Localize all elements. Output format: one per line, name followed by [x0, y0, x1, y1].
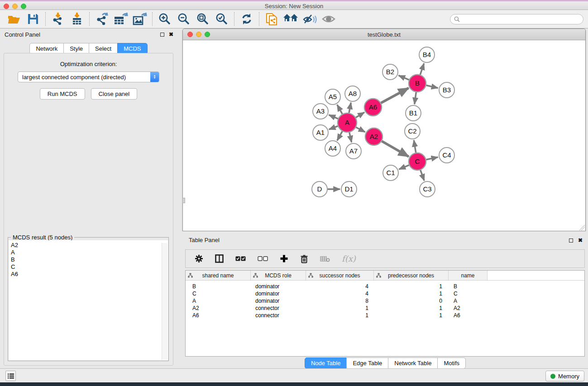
save-session-icon[interactable]: [24, 11, 43, 27]
scrollbar[interactable]: [162, 243, 167, 360]
zoom-fit-icon[interactable]: [193, 11, 212, 27]
export-image-icon[interactable]: [130, 11, 149, 27]
graph-edge-A-A3[interactable]: [329, 115, 338, 119]
mcds-result-list[interactable]: A2ABCA6: [9, 240, 168, 360]
float-table-panel-icon[interactable]: [569, 238, 573, 243]
deselect-all-icon[interactable]: [258, 256, 268, 261]
graph-edge-A6-B[interactable]: [381, 88, 409, 103]
graph-node-C1[interactable]: C1: [383, 165, 398, 181]
table-cell[interactable]: B: [186, 283, 251, 290]
mcds-result-item[interactable]: A2: [11, 242, 168, 249]
graph-node-A3[interactable]: A3: [313, 104, 328, 119]
delete-table-icon[interactable]: [320, 256, 330, 262]
zoom-out-icon[interactable]: [174, 11, 193, 27]
graph-edge-B-B3[interactable]: [426, 85, 438, 88]
tab-edge-table[interactable]: Edge Table: [346, 357, 388, 369]
graph-edge-A-A4[interactable]: [337, 131, 342, 140]
export-table-icon[interactable]: [111, 11, 130, 27]
table-cell[interactable]: A: [449, 298, 488, 304]
float-panel-icon[interactable]: [160, 33, 164, 37]
duplicate-network-icon[interactable]: [262, 11, 281, 27]
show-eye-icon[interactable]: [319, 11, 338, 27]
column-header-name[interactable]: name: [449, 271, 488, 280]
network-canvas[interactable]: AA1A3A5A8A4A7A6A2BB2B4B3B1CC2C4C1C3DD1: [183, 40, 585, 231]
graph-node-B1[interactable]: B1: [406, 105, 421, 121]
table-row[interactable]: A6connector11A6: [186, 312, 584, 319]
hide-eye-icon[interactable]: [300, 11, 319, 27]
table-cell[interactable]: dominator: [251, 283, 306, 290]
table-cell[interactable]: dominator: [251, 291, 306, 297]
table-cell[interactable]: A2: [186, 305, 251, 311]
table-cell[interactable]: 0: [374, 298, 449, 304]
table-cell[interactable]: C: [449, 291, 488, 297]
graph-edge-B-B1[interactable]: [415, 92, 416, 104]
select-all-icon[interactable]: [235, 256, 246, 261]
memory-button[interactable]: Memory: [545, 371, 584, 381]
graph-node-B4[interactable]: B4: [419, 47, 435, 62]
column-header-successor-nodes[interactable]: successor nodes: [306, 271, 374, 280]
table-row[interactable]: A2connector11A2: [186, 305, 584, 312]
table-cell[interactable]: dominator: [251, 298, 306, 304]
zoom-in-icon[interactable]: [155, 11, 174, 27]
graph-edge-A-A8[interactable]: [349, 103, 351, 113]
graph-node-D1[interactable]: D1: [341, 181, 357, 197]
zoom-selected-icon[interactable]: [212, 11, 231, 27]
graph-edge-C-C3[interactable]: [421, 170, 424, 181]
resize-grip-left[interactable]: [182, 198, 185, 203]
gear-icon[interactable]: [195, 254, 203, 263]
graph-node-A6[interactable]: A6: [364, 99, 382, 116]
close-panel-button[interactable]: Close panel: [91, 88, 138, 100]
graph-edge-A-A1[interactable]: [329, 126, 338, 129]
table-cell[interactable]: A6: [186, 312, 251, 319]
table-cell[interactable]: connector: [251, 312, 306, 319]
graph-node-A2[interactable]: A2: [365, 128, 382, 145]
search-box[interactable]: [450, 14, 583, 24]
tab-node-table[interactable]: Node Table: [305, 357, 347, 369]
graph-node-A5[interactable]: A5: [325, 89, 340, 105]
graph-node-C3[interactable]: C3: [420, 181, 435, 197]
resize-grip-corner[interactable]: [579, 225, 585, 230]
graph-node-C2[interactable]: C2: [405, 124, 420, 139]
graph-node-B[interactable]: B: [409, 75, 426, 92]
graph-node-A[interactable]: A: [338, 113, 357, 132]
graph-node-C4[interactable]: C4: [439, 148, 454, 163]
graph-edge-B-B2[interactable]: [398, 76, 409, 80]
graph-edge-C-C2[interactable]: [414, 140, 416, 153]
table-cell[interactable]: 1: [374, 312, 449, 319]
tab-network-table[interactable]: Network Table: [388, 357, 438, 369]
close-panel-icon[interactable]: ✖: [169, 32, 173, 37]
table-cell[interactable]: 4: [306, 283, 374, 290]
task-history-button[interactable]: [5, 371, 16, 381]
import-network-icon[interactable]: [48, 11, 67, 27]
graph-edge-C-C4[interactable]: [426, 157, 438, 160]
table-cell[interactable]: B: [449, 283, 488, 290]
network-titlebar[interactable]: testGlobe.txt: [183, 29, 585, 40]
refresh-icon[interactable]: [237, 11, 256, 27]
graph-node-A4[interactable]: A4: [325, 141, 340, 156]
tab-motifs[interactable]: Motifs: [437, 357, 466, 369]
import-table-icon[interactable]: [67, 11, 86, 27]
table-cell[interactable]: 1: [374, 291, 449, 297]
mcds-result-item[interactable]: A: [11, 249, 168, 256]
function-builder-icon[interactable]: f(x): [342, 254, 356, 263]
table-cell[interactable]: 1: [306, 312, 374, 319]
close-table-panel-icon[interactable]: ✖: [578, 238, 583, 243]
table-cell[interactable]: C: [186, 291, 251, 297]
graph-node-B2[interactable]: B2: [382, 64, 398, 80]
table-cell[interactable]: 4: [306, 291, 374, 297]
table-cell[interactable]: A: [186, 298, 251, 304]
table-row[interactable]: Cdominator41C: [186, 290, 584, 297]
graph-node-C[interactable]: C: [409, 153, 426, 170]
table-row[interactable]: Adominator80A: [186, 297, 584, 305]
graph-edge-A-A7[interactable]: [349, 132, 352, 142]
table-cell[interactable]: A6: [449, 312, 488, 319]
home-icon[interactable]: [281, 11, 300, 27]
open-file-icon[interactable]: [5, 11, 24, 27]
graph-node-D[interactable]: D: [312, 181, 327, 197]
column-header-predecessor-nodes[interactable]: predecessor nodes: [374, 271, 449, 280]
table-cell[interactable]: A2: [449, 305, 488, 311]
graph-edge-B-B4[interactable]: [420, 63, 424, 75]
table-row[interactable]: Bdominator41B: [186, 283, 584, 290]
criterion-dropdown[interactable]: largest connected component (directed) ▲…: [18, 71, 159, 82]
table-cell[interactable]: 1: [374, 283, 449, 290]
